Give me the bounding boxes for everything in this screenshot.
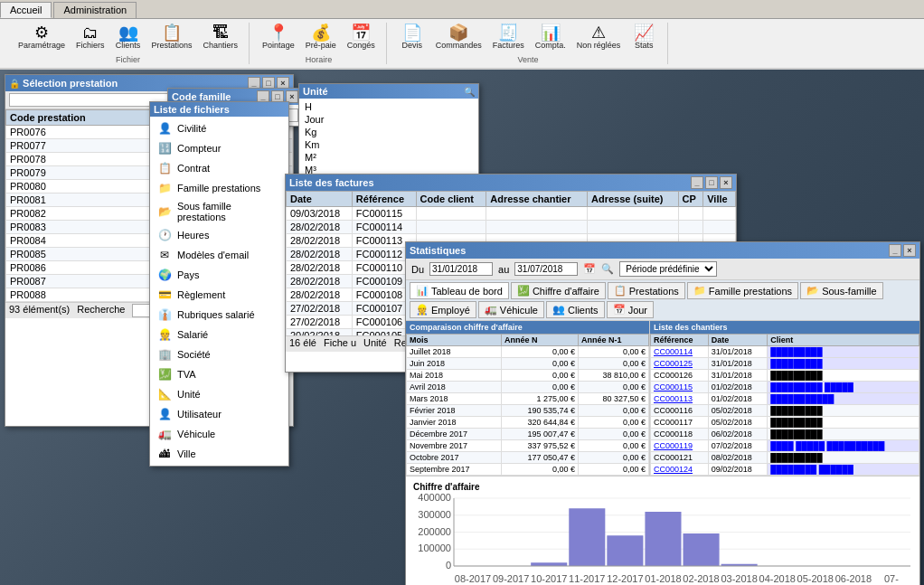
ribbon-factures[interactable]: 🧾 Factures bbox=[489, 23, 528, 52]
chart-bar[interactable] bbox=[531, 562, 567, 566]
ribbon-clients[interactable]: 👥 Clients bbox=[112, 23, 145, 52]
table-row[interactable]: Avril 20180,00 €0,00 € bbox=[407, 382, 649, 393]
ribbon-commandes[interactable]: 📦 Commandes bbox=[432, 23, 486, 52]
stats-min-btn[interactable]: _ bbox=[889, 244, 901, 257]
menu-item-label: Utilisateur bbox=[177, 409, 222, 420]
table-row[interactable]: Juin 20180,00 €0,00 € bbox=[407, 358, 649, 370]
list-item[interactable]: 📐Unité bbox=[150, 384, 288, 404]
list-item[interactable]: 🌍Pays bbox=[150, 265, 288, 285]
table-row[interactable]: 09/03/2018FC000115 bbox=[287, 207, 736, 221]
list-item[interactable]: ✉Modèles d'email bbox=[150, 245, 288, 265]
list-item[interactable]: 📁Famille prestations bbox=[150, 178, 288, 198]
list-item[interactable]: 🔢Compteur bbox=[150, 138, 288, 158]
tab-administration[interactable]: Administration bbox=[53, 2, 137, 18]
fac-min-btn[interactable]: _ bbox=[691, 176, 703, 189]
unite-search-icon[interactable]: 🔍 bbox=[464, 87, 475, 97]
table-row[interactable]: CC00011431/01/2018█████████ bbox=[651, 346, 919, 358]
table-row[interactable]: 28/02/2018FC000114 bbox=[287, 221, 736, 234]
col-header: CP bbox=[678, 192, 703, 207]
stats-tab[interactable]: 👷Employé bbox=[410, 301, 476, 318]
stats-close-btn[interactable]: × bbox=[903, 244, 916, 257]
date-from-input[interactable] bbox=[429, 262, 493, 276]
ribbon-compta[interactable]: 📊 Compta. bbox=[532, 23, 570, 52]
unite-controls: 🔍 bbox=[464, 87, 475, 97]
prest-search-label: Recherche bbox=[77, 304, 125, 317]
fac-close-btn[interactable]: × bbox=[720, 176, 732, 189]
list-item[interactable]: 📋Contrat bbox=[150, 158, 288, 178]
chart-bar[interactable] bbox=[645, 512, 681, 566]
list-item[interactable]: 🕐Heures bbox=[150, 225, 288, 245]
factures-count: 16 élé bbox=[289, 337, 316, 351]
periode-dropdown[interactable]: Période prédéfinie bbox=[619, 261, 717, 277]
table-row[interactable]: CC00012531/01/2018█████████ bbox=[651, 358, 919, 370]
tab-accueil[interactable]: Accueil bbox=[0, 2, 52, 18]
list-item[interactable]: 👤Civilité bbox=[150, 118, 288, 138]
list-item[interactable]: 🏙Ville bbox=[150, 444, 288, 464]
table-row[interactable]: CC00011806/02/2018█████████ bbox=[651, 429, 919, 440]
table-row[interactable]: CC00011501/02/2018█████████ █████ bbox=[651, 382, 919, 393]
ribbon-conges[interactable]: 📅 Congés bbox=[344, 23, 379, 52]
ribbon-stats[interactable]: 📈 Stats bbox=[627, 23, 660, 52]
stats-tab[interactable]: 👥Clients bbox=[546, 301, 605, 318]
menu-item-label: Civilité bbox=[177, 123, 206, 134]
list-item[interactable]: M² bbox=[299, 151, 478, 164]
ribbon-devis[interactable]: 📄 Devis bbox=[396, 23, 429, 52]
stats-tab[interactable]: 📂Sous-famille bbox=[800, 282, 883, 299]
table-row[interactable]: CC00012409/02/2018████████ ██████ bbox=[651, 464, 919, 476]
ribbon-factures-label: Factures bbox=[493, 41, 524, 50]
calendar-icon[interactable]: 📅 bbox=[583, 263, 596, 275]
list-item[interactable]: 👤Utilisateur bbox=[150, 404, 288, 424]
col-header: Date bbox=[708, 335, 768, 346]
list-item[interactable]: 💳Règlement bbox=[150, 285, 288, 305]
chart-bar[interactable] bbox=[607, 535, 643, 566]
stats-tab[interactable]: 💹Chiffre d'affaire bbox=[511, 282, 606, 299]
table-row[interactable]: CC00012108/02/2018█████████ bbox=[651, 452, 919, 464]
table-row[interactable]: Septembre 20170,00 €0,00 € bbox=[407, 464, 649, 476]
stats-tab[interactable]: 🚛Véhicule bbox=[478, 301, 544, 318]
table-row[interactable]: CC00012631/01/2018█████████ bbox=[651, 370, 919, 382]
table-row[interactable]: Mai 20180,00 €38 810,00 € bbox=[407, 370, 649, 382]
ribbon-chantiers[interactable]: 🏗 Chantiers bbox=[200, 23, 242, 52]
chart-bar[interactable] bbox=[569, 508, 605, 566]
list-item[interactable]: 💹TVA bbox=[150, 364, 288, 384]
table-row[interactable]: CC00011301/02/2018███████████ bbox=[651, 393, 919, 405]
table-row[interactable]: Janvier 2018320 644,84 €0,00 € bbox=[407, 417, 649, 429]
list-item[interactable]: 🚛Véhicule bbox=[150, 424, 288, 444]
chart-bar[interactable] bbox=[684, 533, 720, 566]
stats-tab[interactable]: 📋Prestations bbox=[608, 282, 685, 299]
stats-tab[interactable]: 📊Tableau de bord bbox=[410, 282, 509, 299]
ribbon-prepaie[interactable]: 💰 Pré-paie bbox=[302, 23, 340, 52]
list-item[interactable]: H bbox=[299, 100, 478, 113]
table-row[interactable]: Mars 20181 275,00 €80 327,50 € bbox=[407, 393, 649, 405]
table-row[interactable]: CC00011907/02/2018████ █████ ██████████ bbox=[651, 440, 919, 452]
stats-tab[interactable]: 📁Famille prestations bbox=[687, 282, 798, 299]
table-row[interactable]: CC00011605/02/2018█████████ bbox=[651, 405, 919, 417]
ribbon-fichiers[interactable]: 🗂 Fichiers bbox=[72, 23, 108, 52]
table-row[interactable]: Novembre 2017337 975,52 €0,00 € bbox=[407, 440, 649, 452]
table-row[interactable]: Octobre 2017177 050,47 €0,00 € bbox=[407, 452, 649, 464]
list-item[interactable]: Jour bbox=[299, 113, 478, 126]
ribbon-prestations[interactable]: 📋 Prestations bbox=[148, 23, 196, 52]
table-row[interactable]: Juillet 20180,00 €0,00 € bbox=[407, 346, 649, 358]
list-item[interactable]: 👔Rubriques salarié bbox=[150, 305, 288, 325]
ribbon-pointage[interactable]: 📍 Pointage bbox=[259, 23, 298, 52]
stats-date-toolbar: Du au 📅 🔍 Période prédéfinie bbox=[406, 259, 919, 280]
stats-tab[interactable]: 📅Jour bbox=[607, 301, 654, 318]
col-header: Adresse chantier bbox=[486, 192, 588, 207]
list-item[interactable]: Km bbox=[299, 138, 478, 151]
comparison-title: Comparaison chiffre d'affaire bbox=[406, 321, 649, 334]
date-to-input[interactable] bbox=[514, 262, 578, 276]
stats-icon: 📈 bbox=[634, 24, 654, 41]
table-row[interactable]: Février 2018190 535,74 €0,00 € bbox=[407, 405, 649, 417]
table-row[interactable]: CC00011705/02/2018█████████ bbox=[651, 417, 919, 429]
table-row[interactable]: Décembre 2017195 007,47 €0,00 € bbox=[407, 429, 649, 440]
list-item[interactable]: 📂Sous famille prestations bbox=[150, 198, 288, 225]
list-item[interactable]: 🏢Société bbox=[150, 344, 288, 364]
comparison-section: Comparaison chiffre d'affaire MoisAnnée … bbox=[406, 321, 650, 476]
ribbon-non-reglees[interactable]: ⚠ Non réglées bbox=[573, 23, 625, 52]
ribbon-parametrage[interactable]: ⚙ Paramétrage bbox=[14, 23, 69, 52]
list-item[interactable]: 👷Salarié bbox=[150, 325, 288, 344]
fac-max-btn[interactable]: □ bbox=[705, 176, 718, 189]
search-stats-icon[interactable]: 🔍 bbox=[601, 263, 614, 275]
list-item[interactable]: Kg bbox=[299, 126, 478, 138]
